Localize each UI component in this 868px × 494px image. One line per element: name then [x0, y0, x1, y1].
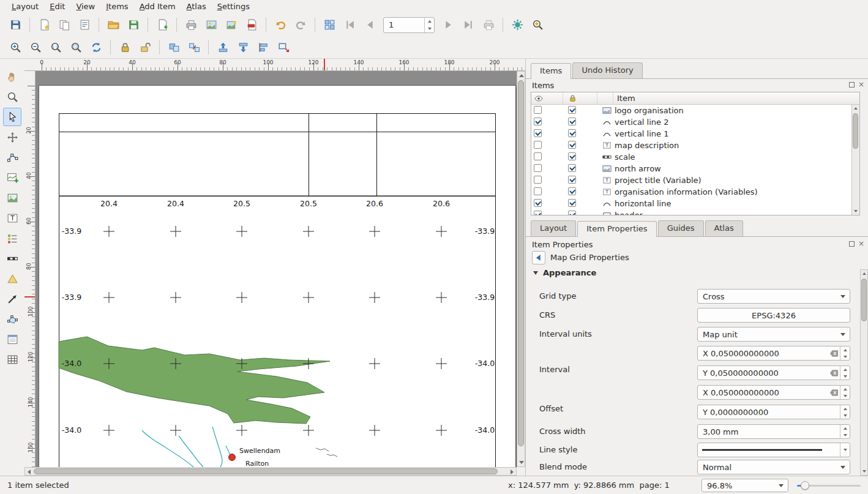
- export-pdf-button[interactable]: [242, 16, 261, 34]
- menu-layout[interactable]: Layout: [6, 0, 44, 13]
- menu-view[interactable]: View: [70, 0, 100, 13]
- list-item[interactable]: scale: [531, 151, 859, 163]
- zoom-tool-button[interactable]: [3, 88, 21, 106]
- tab-undo-history[interactable]: Undo History: [572, 62, 642, 78]
- lock-checkbox[interactable]: [568, 152, 576, 160]
- float-panel-icon[interactable]: [849, 82, 855, 88]
- atlas-feature-spinbox[interactable]: [383, 17, 435, 33]
- add-label-tool-button[interactable]: T: [3, 209, 21, 227]
- atlas-last-feature-button[interactable]: [459, 16, 477, 34]
- add-shape-tool-button[interactable]: [3, 269, 21, 288]
- zoom-in-button[interactable]: [6, 38, 24, 56]
- select-move-item-tool-button[interactable]: [3, 108, 21, 126]
- close-panel-icon[interactable]: ×: [858, 81, 864, 88]
- appearance-section-header[interactable]: Appearance: [533, 268, 596, 277]
- lock-checkbox[interactable]: [568, 199, 576, 207]
- scroll-down-arrow[interactable]: [854, 210, 858, 212]
- lock-checkbox[interactable]: [568, 164, 576, 172]
- atlas-feature-input[interactable]: [384, 20, 424, 29]
- add-node-item-tool-button[interactable]: [3, 310, 21, 328]
- scroll-up-arrow[interactable]: [519, 74, 524, 77]
- resize-items-button[interactable]: [274, 38, 293, 56]
- list-item[interactable]: horizontal line: [531, 198, 859, 209]
- list-item[interactable]: T organisation information (Variables): [531, 186, 859, 198]
- add-map-tool-button[interactable]: [3, 168, 21, 187]
- scroll-down-arrow[interactable]: [862, 470, 866, 473]
- grid-type-select[interactable]: Cross: [697, 289, 850, 304]
- vertical-scrollbar[interactable]: [517, 71, 525, 467]
- layout-manager-button[interactable]: [75, 16, 94, 34]
- offset-y-spinbox[interactable]: Y 0,0000000000: [697, 405, 850, 419]
- edit-nodes-tool-button[interactable]: [3, 148, 21, 167]
- export-svg-button[interactable]: [222, 16, 241, 34]
- refresh-view-button[interactable]: [87, 38, 105, 56]
- align-items-button[interactable]: [254, 38, 272, 56]
- save-project-button[interactable]: [6, 16, 24, 34]
- tab-layout[interactable]: Layout: [531, 220, 576, 236]
- add-html-tool-button[interactable]: [3, 330, 21, 348]
- export-image-button[interactable]: [202, 16, 220, 34]
- scroll-right-arrow[interactable]: [511, 470, 514, 474]
- menu-atlas[interactable]: Atlas: [181, 0, 212, 13]
- visibility-checkbox[interactable]: [534, 211, 542, 216]
- visibility-checkbox[interactable]: [534, 106, 542, 114]
- print-atlas-button[interactable]: [479, 16, 498, 34]
- scroll-left-arrow[interactable]: [28, 470, 31, 474]
- lock-checkbox[interactable]: [568, 187, 576, 195]
- atlas-next-feature-button[interactable]: [439, 16, 457, 34]
- interval-y-spinbox[interactable]: Y 0,050000000000: [697, 365, 850, 380]
- layout-canvas[interactable]: 20.4 20.4 20.5 20.5 20.6 20.6 -33.9 -33.…: [36, 71, 517, 467]
- visibility-checkbox[interactable]: [534, 164, 542, 172]
- spin-arrows[interactable]: [840, 366, 850, 380]
- menu-settings[interactable]: Settings: [212, 0, 255, 13]
- spin-arrows[interactable]: [840, 346, 850, 360]
- menu-add-item[interactable]: Add Item: [134, 0, 181, 13]
- lock-checkbox[interactable]: [568, 106, 576, 114]
- scroll-thumb[interactable]: [861, 279, 867, 321]
- redo-button[interactable]: [291, 16, 310, 34]
- line-style-button[interactable]: [697, 443, 850, 457]
- zoom-out-button[interactable]: [26, 38, 45, 56]
- scroll-up-arrow[interactable]: [862, 272, 866, 275]
- scroll-up-arrow[interactable]: [854, 107, 858, 110]
- spin-arrows[interactable]: [840, 386, 850, 399]
- raise-items-button[interactable]: [214, 38, 232, 56]
- interval-units-select[interactable]: Map unit: [697, 327, 850, 342]
- lock-checkbox[interactable]: [568, 176, 576, 184]
- visibility-checkbox[interactable]: [534, 141, 542, 149]
- preview-atlas-button[interactable]: [320, 16, 339, 34]
- scroll-down-arrow[interactable]: [519, 461, 524, 464]
- tab-items[interactable]: Items: [531, 63, 571, 79]
- group-items-button[interactable]: [165, 38, 183, 56]
- add-picture-tool-button[interactable]: [3, 189, 21, 207]
- add-arrow-tool-button[interactable]: [3, 290, 21, 308]
- tab-atlas[interactable]: Atlas: [705, 220, 743, 236]
- list-item[interactable]: logo organisation: [531, 105, 859, 116]
- atlas-zoom-button[interactable]: [528, 16, 547, 34]
- visibility-checkbox[interactable]: [534, 118, 542, 125]
- lock-checkbox[interactable]: [568, 211, 576, 216]
- list-item[interactable]: header: [531, 209, 859, 215]
- save-template-button[interactable]: [124, 16, 143, 34]
- visibility-checkbox[interactable]: [534, 199, 542, 207]
- spin-arrows[interactable]: [424, 18, 434, 32]
- move-item-content-tool-button[interactable]: [3, 128, 21, 146]
- scroll-thumb[interactable]: [853, 113, 858, 149]
- list-item[interactable]: vertical line 2: [531, 116, 859, 128]
- visibility-checkbox[interactable]: [534, 129, 542, 137]
- interval-x-spinbox[interactable]: X 0,050000000000: [697, 346, 850, 361]
- blend-mode-select[interactable]: Normal: [697, 460, 850, 474]
- ungroup-items-button[interactable]: [185, 38, 203, 56]
- add-legend-tool-button[interactable]: [3, 229, 21, 247]
- duplicate-layout-button[interactable]: [55, 16, 73, 34]
- add-scalebar-tool-button[interactable]: [3, 249, 21, 268]
- close-panel-icon[interactable]: ×: [858, 241, 864, 247]
- visibility-checkbox[interactable]: [534, 176, 542, 184]
- visibility-checkbox[interactable]: [534, 152, 542, 160]
- clear-icon[interactable]: [829, 350, 839, 357]
- zoom-full-button[interactable]: [67, 38, 85, 56]
- back-button[interactable]: [532, 251, 545, 264]
- list-item[interactable]: T map description: [531, 140, 859, 151]
- menu-items[interactable]: Items: [100, 0, 133, 13]
- lock-checkbox[interactable]: [568, 118, 576, 125]
